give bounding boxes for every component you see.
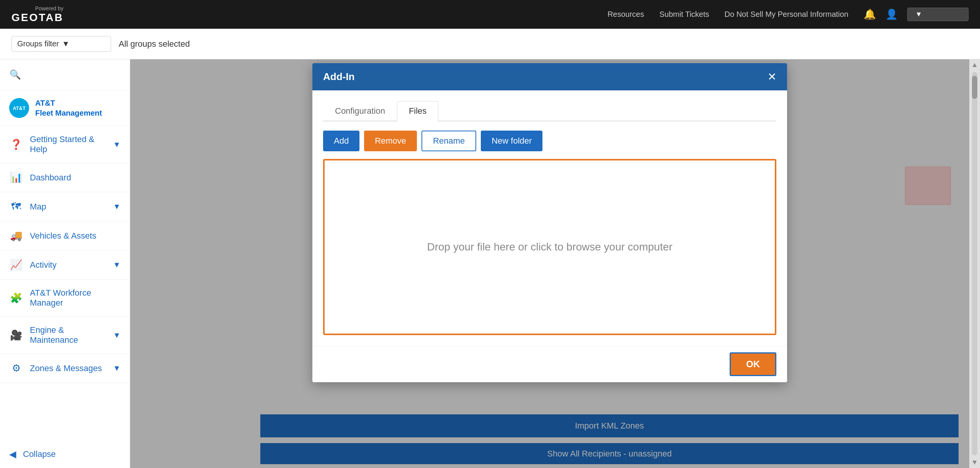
main-layout: 🔍 AT&T AT&T Fleet Management ❓ Getting S… bbox=[0, 59, 980, 468]
getting-started-label: Getting Started & Help bbox=[30, 134, 106, 154]
sidebar-item-map[interactable]: 🗺 Map ▼ bbox=[0, 192, 130, 221]
activity-chevron-icon: ▼ bbox=[113, 260, 121, 269]
scrollbar-thumb[interactable] bbox=[972, 76, 977, 99]
modal-overlay: Add-In ✕ Configuration Files Add Remove … bbox=[130, 59, 969, 468]
sidebar-search-area: 🔍 bbox=[0, 59, 130, 90]
modal-close-button[interactable]: ✕ bbox=[768, 72, 776, 82]
map-chevron-icon: ▼ bbox=[113, 202, 121, 211]
sidebar-nav: ❓ Getting Started & Help ▼ 📊 Dashboard 🗺… bbox=[0, 126, 130, 440]
map-icon: 🗺 bbox=[9, 201, 23, 213]
add-button[interactable]: Add bbox=[323, 131, 359, 151]
geotab-logo: Powered by GEOTAB bbox=[11, 5, 64, 24]
sidebar-item-getting-started[interactable]: ❓ Getting Started & Help ▼ bbox=[0, 126, 130, 163]
groups-filter-button[interactable]: Groups filter ▼ bbox=[11, 36, 111, 52]
groups-filter-label: Groups filter bbox=[17, 39, 59, 48]
vehicles-label: Vehicles & Assets bbox=[30, 231, 121, 241]
topbar-icons: 🔔 👤 ▼ bbox=[864, 8, 969, 21]
sidebar: 🔍 AT&T AT&T Fleet Management ❓ Getting S… bbox=[0, 59, 130, 468]
zones-messages-icon: ⚙ bbox=[9, 362, 23, 374]
sidebar-item-activity[interactable]: 📈 Activity ▼ bbox=[0, 250, 130, 280]
workforce-manager-icon: 🧩 bbox=[9, 292, 23, 304]
zones-messages-chevron-icon: ▼ bbox=[113, 364, 121, 373]
modal-title: Add-In bbox=[323, 71, 354, 83]
sidebar-item-dashboard[interactable]: 📊 Dashboard bbox=[0, 163, 130, 192]
scrollbar-up-arrow-icon[interactable]: ▲ bbox=[971, 61, 978, 69]
modal-header: Add-In ✕ bbox=[312, 63, 787, 90]
files-toolbar: Add Remove Rename New folder bbox=[323, 131, 776, 151]
zones-messages-label: Zones & Messages bbox=[30, 363, 106, 373]
activity-icon: 📈 bbox=[9, 259, 23, 271]
right-scrollbar: ▲ ▼ bbox=[969, 59, 980, 468]
topbar-right: Resources Submit Tickets Do Not Sell My … bbox=[608, 8, 969, 21]
nav-link-resources[interactable]: Resources bbox=[608, 10, 644, 19]
workforce-manager-label: AT&T Workforce Manager bbox=[30, 288, 121, 308]
map-label: Map bbox=[30, 202, 106, 212]
dashboard-icon: 📊 bbox=[9, 172, 23, 183]
all-groups-selected-text: All groups selected bbox=[119, 39, 190, 49]
sidebar-item-zones-messages[interactable]: ⚙ Zones & Messages ▼ bbox=[0, 354, 130, 383]
collapse-label: Collapse bbox=[23, 449, 56, 459]
main-content: Import KML Zones Show All Recipients - u… bbox=[130, 59, 969, 468]
activity-label: Activity bbox=[30, 260, 106, 270]
tab-configuration[interactable]: Configuration bbox=[323, 101, 397, 121]
remove-button[interactable]: Remove bbox=[364, 131, 417, 151]
scrollbar-track bbox=[972, 72, 977, 455]
drop-zone-text: Drop your file here or click to browse y… bbox=[427, 241, 672, 253]
engine-maintenance-chevron-icon: ▼ bbox=[113, 331, 121, 340]
org-selector-dropdown[interactable]: ▼ bbox=[907, 8, 969, 21]
file-drop-zone[interactable]: Drop your file here or click to browse y… bbox=[323, 159, 776, 335]
sidebar-item-vehicles[interactable]: 🚚 Vehicles & Assets bbox=[0, 221, 130, 250]
sidebar-search-icon[interactable]: 🔍 bbox=[8, 67, 23, 82]
scrollbar-down-arrow-icon[interactable]: ▼ bbox=[971, 458, 978, 466]
powered-by-text: Powered by GEOTAB bbox=[11, 5, 64, 24]
att-logo-icon: AT&T bbox=[9, 98, 29, 118]
ok-button[interactable]: OK bbox=[730, 352, 776, 376]
sidebar-item-engine-maintenance[interactable]: 🎥 Engine & Maintenance ▼ bbox=[0, 317, 130, 354]
add-in-modal: Add-In ✕ Configuration Files Add Remove … bbox=[312, 63, 787, 382]
topbar-left: Powered by GEOTAB bbox=[11, 5, 64, 24]
collapse-arrow-icon: ◀ bbox=[9, 449, 16, 460]
user-profile-icon[interactable]: 👤 bbox=[885, 8, 898, 20]
topbar: Powered by GEOTAB Resources Submit Ticke… bbox=[0, 0, 980, 29]
filterbar: Groups filter ▼ All groups selected bbox=[0, 29, 980, 59]
nav-link-do-not-sell[interactable]: Do Not Sell My Personal Information bbox=[725, 10, 848, 19]
sidebar-logo: AT&T AT&T Fleet Management bbox=[0, 90, 130, 126]
new-folder-button[interactable]: New folder bbox=[481, 131, 542, 151]
nav-link-submit-tickets[interactable]: Submit Tickets bbox=[659, 10, 709, 19]
getting-started-chevron-icon: ▼ bbox=[113, 140, 121, 149]
att-logo-text: AT&T Fleet Management bbox=[35, 98, 102, 118]
modal-body: Configuration Files Add Remove Rename Ne… bbox=[312, 90, 787, 346]
sidebar-item-workforce-manager[interactable]: 🧩 AT&T Workforce Manager bbox=[0, 280, 130, 317]
org-dropdown-arrow: ▼ bbox=[915, 10, 922, 18]
rename-button[interactable]: Rename bbox=[421, 131, 476, 151]
tab-files[interactable]: Files bbox=[397, 101, 438, 121]
getting-started-icon: ❓ bbox=[9, 139, 23, 151]
vehicles-icon: 🚚 bbox=[9, 230, 23, 242]
modal-footer: OK bbox=[312, 346, 787, 382]
engine-maintenance-icon: 🎥 bbox=[9, 329, 23, 341]
engine-maintenance-label: Engine & Maintenance bbox=[30, 325, 106, 345]
notification-bell-icon[interactable]: 🔔 bbox=[864, 8, 876, 20]
dashboard-label: Dashboard bbox=[30, 173, 121, 183]
groups-filter-dropdown-icon: ▼ bbox=[62, 39, 70, 48]
modal-tabs: Configuration Files bbox=[323, 101, 776, 121]
sidebar-collapse-button[interactable]: ◀ Collapse bbox=[0, 440, 130, 468]
